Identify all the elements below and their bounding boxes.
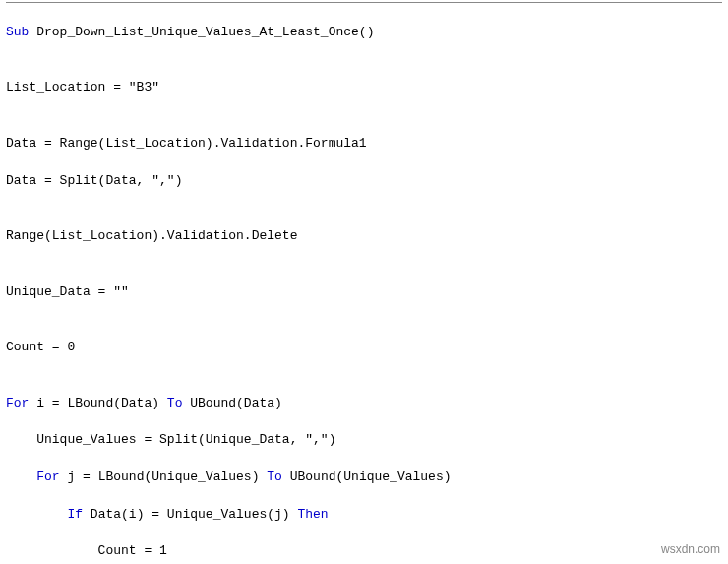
code-line: For i = LBound(Data) To UBound(Data): [6, 395, 722, 413]
code-line: Unique_Data = "": [6, 283, 722, 302]
vba-code-block: Sub Drop_Down_List_Unique_Values_At_Leas…: [6, 2, 722, 564]
code-text: j = LBound(Unique_Values): [60, 470, 268, 484]
code-text: UBound(Unique_Values): [282, 470, 452, 484]
keyword-to: To: [267, 470, 282, 484]
code-line: Data = Split(Data, ","): [6, 172, 722, 191]
code-line: Range(List_Location).Validation.Delete: [6, 227, 722, 246]
keyword-sub: Sub: [6, 25, 29, 39]
code-line: Count = 1: [6, 542, 722, 561]
keyword-to: To: [167, 396, 183, 410]
code-text: i = LBound(Data): [29, 396, 166, 410]
code-line: List_Location = "B3": [6, 79, 722, 97]
code-text: Drop_Down_List_Unique_Values_At_Least_On…: [29, 25, 374, 39]
code-line: For j = LBound(Unique_Values) To UBound(…: [6, 469, 722, 487]
keyword-if: If: [67, 507, 83, 522]
code-line: If Data(i) = Unique_Values(j) Then: [6, 506, 722, 525]
code-line: Data = Range(List_Location).Validation.F…: [6, 135, 722, 154]
code-text: Data(i) = Unique_Values(j): [83, 507, 297, 522]
code-text: UBound(Data): [182, 396, 281, 410]
keyword-for: For: [6, 396, 29, 410]
keyword-for: For: [36, 470, 59, 484]
watermark-text: wsxdn.com: [661, 541, 720, 558]
code-line: Sub Drop_Down_List_Unique_Values_At_Leas…: [6, 24, 722, 42]
indent: [6, 470, 36, 484]
indent: [6, 507, 67, 522]
code-line: Count = 0: [6, 339, 722, 357]
keyword-then: Then: [297, 507, 328, 522]
code-line: Unique_Values = Split(Unique_Data, ","): [6, 431, 722, 450]
